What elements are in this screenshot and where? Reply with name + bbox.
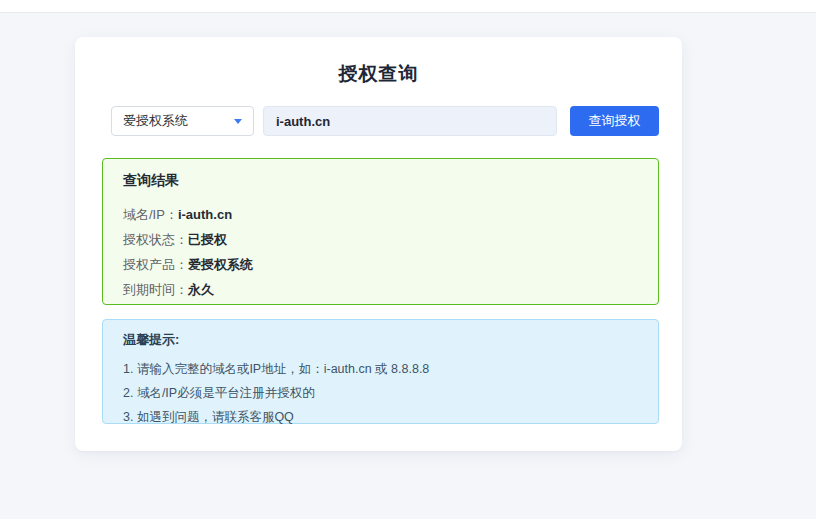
product-select[interactable]: 爱授权系统 [111, 106, 254, 136]
query-auth-button[interactable]: 查询授权 [570, 106, 659, 136]
result-label: 授权产品： [123, 257, 188, 272]
result-value: 爱授权系统 [188, 257, 253, 272]
product-select-value: 爱授权系统 [123, 112, 188, 130]
query-form: 爱授权系统 查询授权 [111, 106, 659, 136]
result-row-product: 授权产品：爱授权系统 [123, 252, 638, 277]
result-label: 域名/IP： [123, 207, 178, 222]
result-label: 授权状态： [123, 232, 188, 247]
result-value: 永久 [188, 282, 214, 297]
tips-title: 温馨提示: [123, 331, 638, 349]
page-title: 授权查询 [75, 37, 682, 87]
tip-item-1: 1. 请输入完整的域名或IP地址，如：i-auth.cn 或 8.8.8.8 [123, 357, 638, 381]
tips-box: 温馨提示: 1. 请输入完整的域名或IP地址，如：i-auth.cn 或 8.8… [102, 319, 659, 424]
auth-query-card: 授权查询 爱授权系统 查询授权 查询结果 域名/IP：i-auth.cn 授权状… [75, 37, 682, 451]
tip-item-3: 3. 如遇到问题，请联系客服QQ [123, 405, 638, 429]
result-value: i-auth.cn [178, 207, 232, 222]
result-row-status: 授权状态：已授权 [123, 227, 638, 252]
result-row-expiry: 到期时间：永久 [123, 277, 638, 302]
result-title: 查询结果 [123, 172, 638, 190]
query-result-box: 查询结果 域名/IP：i-auth.cn 授权状态：已授权 授权产品：爱授权系统… [102, 158, 659, 305]
top-bar [0, 0, 816, 13]
domain-input[interactable] [263, 106, 557, 136]
tip-item-2: 2. 域名/IP必须是平台注册并授权的 [123, 381, 638, 405]
result-label: 到期时间： [123, 282, 188, 297]
result-row-domain: 域名/IP：i-auth.cn [123, 202, 638, 227]
result-value: 已授权 [188, 232, 227, 247]
chevron-down-icon [234, 119, 242, 124]
